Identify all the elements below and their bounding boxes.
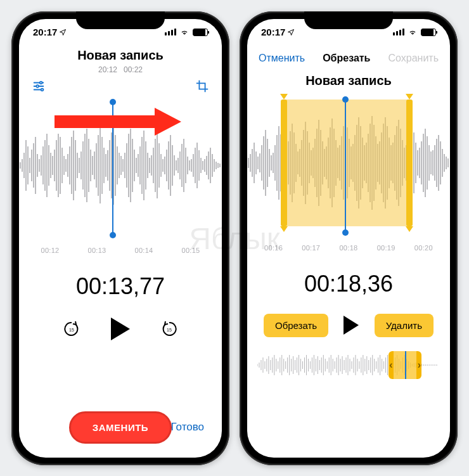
recording-title: Новая запись <box>247 74 450 88</box>
svg-point-1 <box>36 85 39 87</box>
svg-text:15: 15 <box>167 328 172 332</box>
wifi-icon <box>408 29 418 36</box>
time-ticks: 00:1200:1300:1400:15 <box>19 247 222 254</box>
notch <box>304 11 393 29</box>
current-time: 00:18,36 <box>247 271 450 297</box>
battery-icon <box>421 29 436 36</box>
trim-handle-right[interactable] <box>406 100 413 226</box>
rewind-15-button[interactable]: 15 <box>63 320 80 338</box>
wifi-icon <box>179 29 190 36</box>
phone-left: 20:17 Новая запись 20:12 00:22 <box>11 11 229 465</box>
current-time: 00:13,77 <box>19 273 222 300</box>
notch <box>76 11 165 29</box>
save-button: Сохранить <box>388 53 439 64</box>
location-icon <box>287 29 295 36</box>
svg-point-0 <box>40 81 42 84</box>
trim-selection <box>284 100 409 226</box>
status-time: 20:17 <box>33 27 57 37</box>
mini-waveform[interactable] <box>257 351 440 379</box>
recording-duration: 00:22 <box>124 65 143 74</box>
cellular-icon <box>393 29 404 35</box>
waveform-area[interactable]: 00:1600:1700:1800:1900:20 <box>247 100 450 254</box>
nav-title: Обрезать <box>323 53 370 64</box>
replace-button[interactable]: ЗАМЕНИТЬ <box>69 411 172 444</box>
forward-15-button[interactable]: 15 <box>160 320 178 338</box>
svg-text:15: 15 <box>69 328 74 332</box>
crop-icon[interactable] <box>195 79 209 93</box>
trim-handle-left[interactable] <box>281 100 287 226</box>
svg-point-2 <box>41 88 44 91</box>
trim-button[interactable]: Обрезать <box>264 314 328 337</box>
playhead[interactable] <box>345 100 346 233</box>
play-button[interactable] <box>344 316 359 335</box>
phone-right: 20:17 Отменить Обрезать Сохранить Новая … <box>240 11 458 465</box>
cancel-button[interactable]: Отменить <box>259 53 305 64</box>
recording-title: Новая запись <box>19 48 222 63</box>
play-button[interactable] <box>111 318 130 340</box>
status-time: 20:17 <box>261 27 285 37</box>
recording-timestamp: 20:12 <box>98 65 117 74</box>
battery-icon <box>193 29 208 36</box>
done-button[interactable]: Готово <box>171 421 205 434</box>
time-ticks: 00:1600:1700:1800:1900:20 <box>247 244 450 252</box>
cellular-icon <box>165 29 176 35</box>
location-icon <box>59 29 67 36</box>
delete-button[interactable]: Удалить <box>375 314 434 337</box>
annotation-arrow <box>55 108 181 136</box>
settings-sliders-icon[interactable] <box>32 79 46 93</box>
mini-selection[interactable] <box>389 351 421 379</box>
